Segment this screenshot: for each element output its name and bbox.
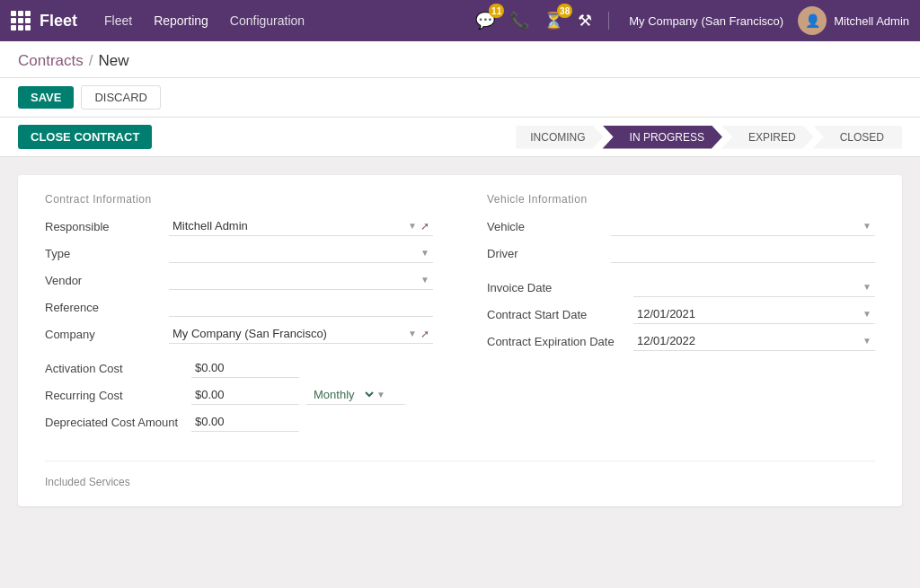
- driver-input[interactable]: [611, 243, 875, 263]
- contract-info-title: Contract Information: [45, 193, 433, 206]
- activation-cost-input[interactable]: [191, 358, 299, 378]
- nav-configuration[interactable]: Configuration: [221, 0, 314, 41]
- vendor-label: Vendor: [45, 274, 162, 287]
- recurring-period-wrapper: Daily Weekly Monthly Quarterly Yearly ▼: [306, 385, 405, 405]
- vehicle-info-title: Vehicle Information: [487, 193, 875, 206]
- company-ext-link-icon[interactable]: ➚: [417, 326, 433, 342]
- responsible-row: Responsible ▼ ➚: [45, 216, 433, 236]
- recurring-cost-input[interactable]: [191, 385, 299, 405]
- status-expired[interactable]: EXPIRED: [721, 126, 814, 149]
- topnav: Fleet Fleet Reporting Configuration 💬 11…: [0, 0, 920, 41]
- contract-start-label: Contract Start Date: [487, 308, 626, 321]
- status-closed[interactable]: CLOSED: [813, 126, 902, 149]
- type-row: Type ▼: [45, 243, 433, 263]
- contract-start-row: Contract Start Date ▼: [487, 304, 875, 324]
- recurring-period-select[interactable]: Daily Weekly Monthly Quarterly Yearly: [310, 387, 376, 402]
- company-input[interactable]: [169, 324, 408, 343]
- invoice-date-wrapper: ▼: [633, 277, 875, 297]
- nav-divider: [608, 12, 609, 30]
- status-pipeline: INCOMING IN PROGRESS EXPIRED CLOSED: [517, 126, 902, 149]
- recurring-period-arrow[interactable]: ▼: [376, 390, 385, 399]
- depreciated-cost-row: Depreciated Cost Amount: [45, 412, 433, 432]
- reference-label: Reference: [45, 301, 162, 314]
- vendor-input[interactable]: [172, 273, 420, 286]
- responsible-ext-link-icon[interactable]: ➚: [417, 218, 433, 234]
- chat-badge: 11: [489, 4, 504, 18]
- responsible-label: Responsible: [45, 220, 162, 233]
- vehicle-select-wrapper: ▼: [611, 216, 875, 236]
- contract-start-wrapper: ▼: [633, 304, 875, 324]
- driver-label: Driver: [487, 247, 604, 260]
- close-contract-button[interactable]: CLOSE CONTRACT: [18, 125, 152, 149]
- discard-button[interactable]: DISCARD: [81, 85, 161, 110]
- apps-icon[interactable]: [11, 11, 31, 31]
- topnav-icons: 💬 11 📞 ⏳ 38 ⚒ My Company (San Francisco)…: [472, 6, 909, 35]
- activation-cost-row: Activation Cost: [45, 358, 433, 378]
- company-name[interactable]: My Company (San Francisco): [622, 14, 791, 28]
- contract-expiration-row: Contract Expiration Date ▼: [487, 331, 875, 351]
- invoice-date-label: Invoice Date: [487, 281, 626, 294]
- action-bar: SAVE DISCARD: [0, 78, 920, 118]
- included-services-section: Included Services: [45, 461, 875, 488]
- type-input[interactable]: [172, 246, 420, 259]
- reference-input[interactable]: [169, 297, 433, 317]
- breadcrumb-current: New: [98, 52, 128, 70]
- tools-icon[interactable]: ⚒: [574, 7, 596, 34]
- depreciated-cost-input[interactable]: [191, 412, 299, 432]
- page-wrapper: Fleet Fleet Reporting Configuration 💬 11…: [0, 0, 920, 588]
- contract-start-input[interactable]: [637, 307, 862, 320]
- scrollable-area: Contracts / New SAVE DISCARD CLOSE CONTR…: [0, 41, 920, 588]
- username: Mitchell Admin: [834, 14, 909, 28]
- contract-expiration-input[interactable]: [637, 334, 862, 347]
- nav-reporting[interactable]: Reporting: [145, 0, 217, 41]
- status-bar: CLOSE CONTRACT INCOMING IN PROGRESS EXPI…: [0, 118, 920, 157]
- vendor-dropdown-arrow[interactable]: ▼: [420, 275, 429, 285]
- company-label: Company: [45, 328, 162, 341]
- contract-expiration-arrow[interactable]: ▼: [862, 336, 871, 346]
- main-content: Contract Information Responsible ▼ ➚ Typ…: [0, 157, 920, 573]
- type-select-wrapper: ▼: [169, 243, 433, 263]
- invoice-date-input[interactable]: [637, 280, 862, 294]
- responsible-input[interactable]: [169, 216, 408, 235]
- vehicle-label: Vehicle: [487, 220, 604, 233]
- driver-row: Driver: [487, 243, 875, 263]
- form-card: Contract Information Responsible ▼ ➚ Typ…: [18, 175, 902, 506]
- vehicle-row: Vehicle ▼: [487, 216, 875, 236]
- vendor-row: Vendor ▼: [45, 270, 433, 290]
- chat-icon[interactable]: 💬 11: [472, 7, 499, 34]
- responsible-input-wrapper: ▼ ➚: [169, 216, 433, 236]
- status-in-progress[interactable]: IN PROGRESS: [603, 126, 722, 149]
- activity-icon[interactable]: ⏳ 38: [540, 7, 567, 34]
- company-dropdown-arrow[interactable]: ▼: [408, 329, 417, 338]
- contract-info-section: Contract Information Responsible ▼ ➚ Typ…: [45, 193, 433, 439]
- type-label: Type: [45, 247, 162, 260]
- recurring-cost-row: Recurring Cost Daily Weekly Monthly Quar…: [45, 385, 433, 405]
- contract-start-arrow[interactable]: ▼: [862, 309, 871, 319]
- activity-badge: 38: [557, 4, 572, 18]
- save-button[interactable]: SAVE: [18, 86, 74, 109]
- invoice-date-arrow[interactable]: ▼: [862, 282, 871, 292]
- vehicle-info-section: Vehicle Information Vehicle ▼ Driver: [487, 193, 875, 439]
- phone-icon[interactable]: 📞: [506, 7, 533, 34]
- brand-logo: Fleet: [40, 12, 77, 31]
- company-row: Company ▼ ➚: [45, 324, 433, 344]
- type-dropdown-arrow[interactable]: ▼: [420, 248, 429, 258]
- breadcrumb-separator: /: [89, 52, 93, 70]
- activation-cost-label: Activation Cost: [45, 362, 184, 375]
- reference-row: Reference: [45, 297, 433, 317]
- breadcrumb-parent[interactable]: Contracts: [18, 52, 84, 70]
- recurring-cost-label: Recurring Cost: [45, 389, 184, 402]
- form-sections: Contract Information Responsible ▼ ➚ Typ…: [45, 193, 875, 439]
- included-services-title: Included Services: [45, 476, 875, 488]
- responsible-dropdown-arrow[interactable]: ▼: [408, 221, 417, 231]
- vehicle-dropdown-arrow[interactable]: ▼: [862, 221, 871, 231]
- avatar[interactable]: 👤: [798, 6, 827, 35]
- nav-fleet[interactable]: Fleet: [95, 0, 141, 41]
- depreciated-cost-label: Depreciated Cost Amount: [45, 416, 184, 429]
- contract-expiration-wrapper: ▼: [633, 331, 875, 351]
- vendor-select-wrapper: ▼: [169, 270, 433, 290]
- vehicle-input[interactable]: [615, 219, 862, 233]
- breadcrumb: Contracts / New: [0, 41, 920, 78]
- company-input-wrapper: ▼ ➚: [169, 324, 433, 344]
- status-incoming[interactable]: INCOMING: [516, 126, 603, 149]
